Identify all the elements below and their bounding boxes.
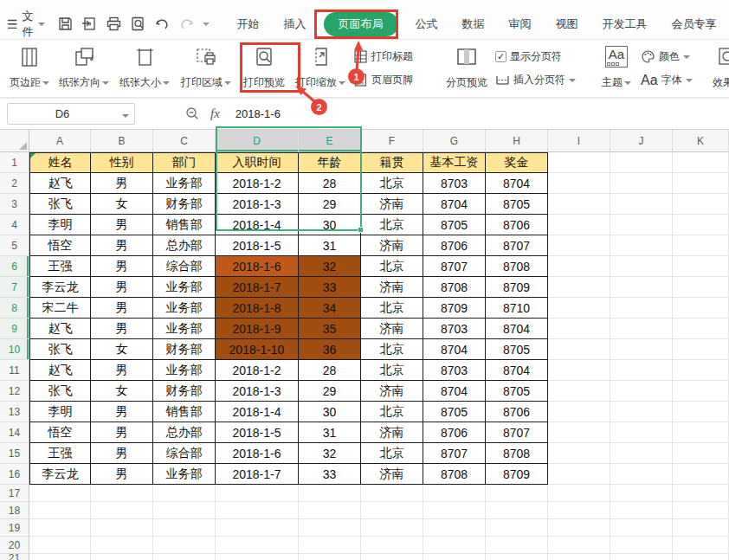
row-header-4[interactable]: 4 xyxy=(0,215,29,235)
cell-J3[interactable] xyxy=(610,194,673,215)
cell-A8[interactable]: 宋二牛 xyxy=(29,298,91,319)
cell-D11[interactable]: 2018-1-2 xyxy=(216,360,299,381)
cell-J14[interactable] xyxy=(610,422,673,443)
cell-I9[interactable] xyxy=(548,319,610,339)
cell-D13[interactable]: 2018-1-4 xyxy=(216,402,299,422)
cell-J1[interactable] xyxy=(610,152,673,173)
cell-I8[interactable] xyxy=(548,298,610,319)
cell-F18[interactable] xyxy=(361,502,423,519)
cell-E18[interactable] xyxy=(299,502,361,519)
cell-K5[interactable] xyxy=(673,235,729,256)
cell-K13[interactable] xyxy=(673,402,729,422)
tab-1[interactable]: 插入 xyxy=(272,12,319,36)
tab-3[interactable]: 公式 xyxy=(403,12,450,36)
row-header-19[interactable]: 19 xyxy=(0,519,29,537)
cell-K1[interactable] xyxy=(673,152,729,173)
cell-C9[interactable]: 业务部 xyxy=(153,319,216,339)
cell-C17[interactable] xyxy=(153,485,216,502)
cell-G1[interactable]: 基本工资 xyxy=(423,152,486,173)
cell-H15[interactable]: 8708 xyxy=(486,443,548,464)
cell-J16[interactable] xyxy=(610,464,673,485)
cell-K19[interactable] xyxy=(673,519,729,537)
redo-button[interactable] xyxy=(178,16,195,32)
save-button[interactable] xyxy=(57,16,74,32)
cell-F21[interactable] xyxy=(361,554,423,560)
cell-H11[interactable]: 8704 xyxy=(486,360,548,381)
row-header-8[interactable]: 8 xyxy=(0,298,29,319)
cell-E3[interactable]: 29 xyxy=(299,194,361,215)
cell-E10[interactable]: 36 xyxy=(299,339,361,360)
cell-E1[interactable]: 年龄 xyxy=(299,152,361,173)
cell-A21[interactable] xyxy=(29,554,91,560)
cell-C20[interactable] xyxy=(153,537,216,554)
cell-G6[interactable]: 8707 xyxy=(423,256,486,277)
select-all-corner[interactable] xyxy=(0,130,29,152)
print-preview-quick-button[interactable] xyxy=(130,16,146,32)
cell-F3[interactable]: 济南 xyxy=(361,194,423,215)
cell-E2[interactable]: 28 xyxy=(299,173,361,194)
tab-5[interactable]: 审阅 xyxy=(497,12,544,36)
cell-C6[interactable]: 综合部 xyxy=(153,256,216,277)
cell-C18[interactable] xyxy=(153,502,216,519)
cell-B9[interactable]: 男 xyxy=(91,319,153,339)
cell-A2[interactable]: 赵飞 xyxy=(29,173,91,194)
cell-A13[interactable]: 李明 xyxy=(29,402,91,422)
print-preview-button[interactable]: 打印预览 xyxy=(237,43,291,95)
row-header-6[interactable]: 6 xyxy=(0,256,29,277)
cell-C2[interactable]: 业务部 xyxy=(153,173,216,194)
cell-I12[interactable] xyxy=(548,381,610,402)
column-header-H[interactable]: H xyxy=(486,130,548,152)
row-header-3[interactable]: 3 xyxy=(0,194,29,215)
cell-D1[interactable]: 入职时间 xyxy=(216,152,299,173)
row-header-15[interactable]: 15 xyxy=(0,443,29,464)
colors-button[interactable]: 颜色 xyxy=(641,47,701,68)
paper-size-button[interactable]: 纸张大小 xyxy=(114,43,175,95)
cell-H10[interactable]: 8705 xyxy=(486,339,548,360)
tab-4[interactable]: 数据 xyxy=(450,12,497,36)
cell-K17[interactable] xyxy=(673,485,729,502)
page-break-preview-button[interactable]: 分页预览 xyxy=(442,43,492,95)
cell-F9[interactable]: 济南 xyxy=(361,319,423,339)
cell-K21[interactable] xyxy=(673,554,729,560)
cell-K8[interactable] xyxy=(673,298,729,319)
cell-J20[interactable] xyxy=(610,537,673,554)
cell-J10[interactable] xyxy=(610,339,673,360)
header-footer-button[interactable]: 页眉页脚 xyxy=(353,70,429,91)
cell-J5[interactable] xyxy=(610,235,673,256)
cell-G13[interactable]: 8705 xyxy=(423,402,486,422)
cell-H8[interactable]: 8710 xyxy=(486,298,548,319)
cell-B19[interactable] xyxy=(91,519,153,537)
cell-B18[interactable] xyxy=(91,502,153,519)
cell-H17[interactable] xyxy=(486,485,548,502)
cell-D18[interactable] xyxy=(216,502,299,519)
row-header-12[interactable]: 12 xyxy=(0,381,29,402)
cell-J17[interactable] xyxy=(610,485,673,502)
cell-C10[interactable]: 财务部 xyxy=(153,339,216,360)
cell-B5[interactable]: 男 xyxy=(91,235,153,256)
cell-F6[interactable]: 北京 xyxy=(361,256,423,277)
row-header-16[interactable]: 16 xyxy=(0,464,29,485)
cell-D6[interactable]: 2018-1-6 xyxy=(216,256,299,277)
cell-G21[interactable] xyxy=(423,554,486,560)
cell-B4[interactable]: 男 xyxy=(91,215,153,235)
cell-D17[interactable] xyxy=(216,485,299,502)
cell-E16[interactable]: 33 xyxy=(299,464,361,485)
effects-button[interactable]: 效果 xyxy=(705,43,729,95)
cell-F12[interactable]: 济南 xyxy=(361,381,423,402)
tab-8[interactable]: 会员专享 xyxy=(660,12,729,36)
row-header-13[interactable]: 13 xyxy=(0,402,29,422)
cell-I14[interactable] xyxy=(548,422,610,443)
cell-F1[interactable]: 籍贯 xyxy=(361,152,423,173)
cell-A9[interactable]: 赵飞 xyxy=(29,319,91,339)
orientation-button[interactable]: 纸张方向 xyxy=(54,43,114,95)
cell-E15[interactable]: 32 xyxy=(299,443,361,464)
cell-F8[interactable]: 北京 xyxy=(361,298,423,319)
cell-D21[interactable] xyxy=(216,554,299,560)
cell-E4[interactable]: 30 xyxy=(299,215,361,235)
cell-A12[interactable]: 张飞 xyxy=(29,381,91,402)
cell-I6[interactable] xyxy=(548,256,610,277)
cell-B14[interactable]: 男 xyxy=(91,422,153,443)
cell-F17[interactable] xyxy=(361,485,423,502)
cell-A19[interactable] xyxy=(29,519,91,537)
cell-A3[interactable]: 张飞 xyxy=(29,194,91,215)
